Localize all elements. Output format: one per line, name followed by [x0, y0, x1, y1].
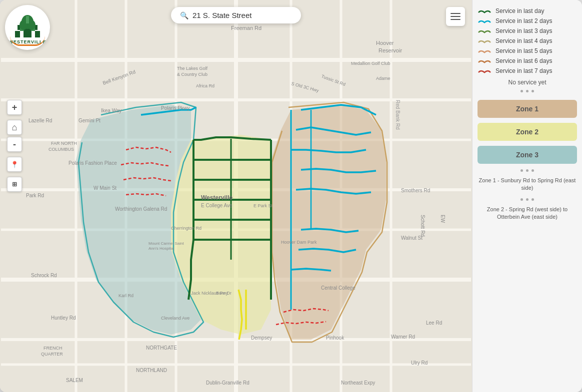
search-value: 21 S. State Street — [192, 11, 252, 19]
svg-text:Ann's Hospital: Ann's Hospital — [148, 246, 174, 251]
hamburger-line — [450, 13, 460, 14]
svg-text:Cherrington Rd: Cherrington Rd — [171, 226, 202, 231]
svg-text:FAR NORTH: FAR NORTH — [51, 141, 77, 146]
legend-line-2days-icon — [478, 18, 492, 23]
legend-item-1day: Service in last day — [478, 6, 577, 16]
hamburger-line — [450, 16, 460, 17]
legend-line-5days-icon — [478, 48, 492, 53]
sidebar: Service in last day Service in last 2 da… — [472, 0, 582, 392]
map-area: Freeman Rd Hoover Reservoir Red Bank Rd … — [0, 0, 472, 392]
map-svg: Freeman Rd Hoover Reservoir Red Bank Rd … — [0, 0, 472, 392]
svg-text:Smothers Rd: Smothers Rd — [401, 188, 430, 193]
svg-text:Lee Rd: Lee Rd — [426, 320, 442, 326]
svg-text:QUARTER: QUARTER — [41, 352, 63, 357]
zone-1-description: Zone 1 - Sunbury Rd to Spring Rd (east s… — [478, 177, 577, 192]
no-service-label: No service yet — [508, 79, 546, 86]
svg-text:Ulry Rd: Ulry Rd — [411, 360, 428, 366]
svg-text:Schrock Rd: Schrock Rd — [31, 273, 57, 278]
svg-text:Central College: Central College — [321, 285, 356, 291]
svg-text:Polaris Fashion Place: Polaris Fashion Place — [68, 160, 117, 166]
dot — [532, 90, 534, 92]
dot — [526, 169, 528, 172]
search-icon: 🔍 — [180, 11, 188, 19]
dot — [526, 90, 528, 92]
svg-text:Westerville: Westerville — [201, 194, 232, 201]
svg-text:Warner Rd: Warner Rd — [391, 334, 415, 340]
svg-text:Mount Carmel Saint: Mount Carmel Saint — [148, 241, 184, 246]
legend-item-7days: Service in last 7 days — [478, 66, 577, 76]
svg-text:Walnut St: Walnut St — [401, 235, 422, 241]
zoom-out-button[interactable]: - — [7, 137, 22, 152]
svg-text:Gemini Pt: Gemini Pt — [78, 118, 100, 123]
legend-item-5days: Service in last 5 days — [478, 46, 577, 56]
svg-text:NORTHLAND: NORTHLAND — [136, 368, 167, 373]
zone-1-box[interactable]: Zone 1 — [478, 100, 577, 118]
svg-text:Park Rd: Park Rd — [26, 193, 44, 198]
svg-text:Northeast Expy: Northeast Expy — [341, 380, 375, 386]
svg-text:Medallion Golf Club: Medallion Golf Club — [351, 61, 390, 66]
svg-text:E Park St: E Park St — [254, 203, 273, 208]
legend-line-1day-icon — [478, 8, 492, 13]
zone-3-box[interactable]: Zone 3 — [478, 146, 577, 164]
legend-item-6days: Service in last 6 days — [478, 56, 577, 66]
pin-button[interactable]: 📍 — [7, 157, 22, 172]
layers-button[interactable]: ⊞ — [7, 177, 22, 192]
legend-line-3days-icon — [478, 28, 492, 33]
svg-text:Schott Rd: Schott Rd — [420, 215, 426, 237]
sidebar-dots-2 — [478, 198, 577, 201]
svg-text:Adame: Adame — [376, 76, 390, 81]
svg-text:Ikea Way: Ikea Way — [101, 108, 122, 113]
dot — [526, 198, 528, 201]
legend-no-service: No service yet — [478, 79, 577, 94]
legend-item-3days: Service in last 3 days — [478, 26, 577, 36]
zoom-in-button[interactable]: + — [7, 100, 22, 115]
hamburger-line — [450, 19, 460, 20]
svg-text:Cleveland Ave: Cleveland Ave — [161, 316, 190, 321]
logo-arc — [10, 36, 45, 46]
dot — [520, 169, 523, 172]
svg-text:Polaris Pkwy: Polaris Pkwy — [161, 105, 190, 111]
dot — [532, 169, 534, 172]
svg-text:SALEM: SALEM — [66, 378, 83, 383]
legend-item-4days: Service in last 4 days — [478, 36, 577, 46]
map-controls: + ⌂ - 📍 ⊞ — [7, 100, 22, 192]
svg-text:Huntley Rd: Huntley Rd — [51, 315, 76, 321]
svg-text:Dublin-Granville Rd: Dublin-Granville Rd — [206, 380, 250, 386]
svg-text:Karl Rd: Karl Rd — [118, 293, 134, 298]
svg-text:& Country Club: & Country Club — [177, 72, 208, 77]
legend-item-2days: Service in last 2 days — [478, 16, 577, 26]
sidebar-dots-1 — [478, 169, 577, 172]
svg-text:NORTHGATE: NORTHGATE — [146, 345, 177, 351]
zone-2-box[interactable]: Zone 2 — [478, 123, 577, 141]
menu-button[interactable] — [446, 7, 465, 26]
svg-text:Hoover Dam Park: Hoover Dam Park — [281, 240, 317, 245]
legend-line-7days-icon — [478, 68, 492, 73]
svg-text:Burn Dr: Burn Dr — [216, 291, 232, 296]
svg-text:E College Ave: E College Ave — [201, 203, 232, 208]
svg-rect-80 — [26, 16, 29, 23]
svg-text:Pinhook: Pinhook — [326, 335, 344, 341]
dot — [520, 90, 523, 92]
svg-text:EW: EW — [440, 215, 446, 223]
no-service-dots — [520, 90, 534, 92]
dot — [532, 198, 534, 201]
svg-text:W Main St: W Main St — [94, 185, 116, 191]
legend-line-6days-icon — [478, 58, 492, 63]
legend-line-4days-icon — [478, 38, 492, 43]
svg-text:Hoover: Hoover — [376, 40, 394, 46]
svg-text:Freeman Rd: Freeman Rd — [231, 25, 262, 31]
search-bar[interactable]: 🔍 21 S. State Street — [171, 7, 301, 23]
logo-building-icon — [12, 11, 42, 38]
zone-2-description: Zone 2 - Spring Rd (west side) to Otterb… — [478, 206, 577, 221]
svg-text:Lazelle Rd: Lazelle Rd — [28, 118, 52, 123]
app-container: Freeman Rd Hoover Reservoir Red Bank Rd … — [0, 0, 582, 392]
svg-text:Worthington Galena Rd: Worthington Galena Rd — [115, 206, 167, 212]
svg-text:The Lakes Golf: The Lakes Golf — [177, 66, 208, 71]
svg-text:Reservoir: Reservoir — [378, 47, 402, 53]
svg-text:Red Bank Rd: Red Bank Rd — [395, 100, 400, 129]
svg-text:FRENCH: FRENCH — [44, 346, 62, 351]
svg-text:Africa Rd: Africa Rd — [196, 83, 214, 88]
logo-container: WESTERVILLE — [5, 5, 50, 50]
svg-text:Dempsey: Dempsey — [251, 335, 272, 341]
home-button[interactable]: ⌂ — [7, 120, 22, 135]
